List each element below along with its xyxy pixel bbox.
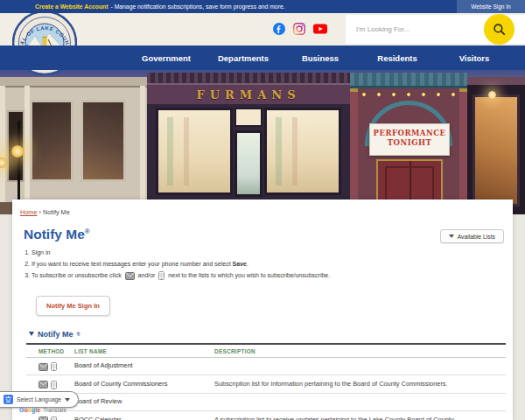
registered-mark: ® <box>85 228 90 235</box>
table-row: Board of Review <box>26 394 506 412</box>
triangle-down-icon <box>29 332 34 336</box>
method-cell <box>26 361 74 371</box>
cornice <box>147 73 350 83</box>
step-1-text: Sign in <box>32 249 50 256</box>
step-3-text-pre: To subscribe or unsubscribe click <box>32 272 123 278</box>
breadcrumb: Home›Notify Me <box>18 208 504 216</box>
storefront-right <box>467 77 525 214</box>
furmans-sign: FURMANS <box>147 83 350 104</box>
social-links <box>273 23 327 35</box>
sms-subscribe-icon[interactable] <box>51 416 57 420</box>
email-subscribe-icon[interactable] <box>38 381 48 388</box>
furmans-sign-text: FURMANS <box>196 88 300 102</box>
page-title-text: Notify Me <box>24 227 85 242</box>
string-lights <box>357 93 460 97</box>
list-name: BOCC Calendar <box>74 416 214 420</box>
nav-business[interactable]: Business <box>282 53 359 63</box>
nav-government[interactable]: Government <box>128 53 205 63</box>
storefront-left <box>0 77 147 214</box>
list-description: A subscription list to receive updates p… <box>214 416 506 420</box>
door-transom <box>234 108 262 127</box>
step-1: Sign in <box>32 248 504 257</box>
pilaster <box>0 86 5 202</box>
content-card: Home›Notify Me Notify Me® Available List… <box>12 200 513 420</box>
hanging-bulb <box>488 91 496 99</box>
section-title-text: Notify Me <box>38 330 74 339</box>
utility-bar: Create a Website Account - Manage notifi… <box>0 0 525 13</box>
notify-me-signin-button[interactable]: Notify Me Sign In <box>36 296 110 316</box>
method-cell <box>26 380 74 389</box>
pilaster <box>350 88 358 214</box>
step-3: To subscribe or unsubscribe click and/or… <box>32 271 504 280</box>
method-cell <box>26 416 74 420</box>
translate-icon <box>4 395 13 404</box>
google-translate-attribution: G o o g l e Translate <box>19 407 66 413</box>
storefront-theater: PERFORMANCE TONIGHT <box>350 73 467 214</box>
nav-visitors[interactable]: Visitors <box>436 53 513 63</box>
translate-word: Translate <box>43 407 66 413</box>
nav-residents[interactable]: Residents <box>359 53 436 63</box>
site-header: SEAL OF LAKE COUNTY STATE OF COLORADO <box>0 13 525 46</box>
save-keyword: Save <box>233 261 247 267</box>
notify-me-section-toggle[interactable]: Notify Me® <box>29 330 504 339</box>
banner-line2: TONIGHT <box>370 138 449 148</box>
chevron-down-icon <box>449 234 454 238</box>
step-2-period: . <box>247 261 248 267</box>
email-subscribe-icon[interactable] <box>38 363 48 371</box>
page-title: Notify Me® <box>24 227 504 242</box>
create-account-link[interactable]: Create a Website Account <box>35 4 108 10</box>
available-lists-label: Available Lists <box>458 234 495 240</box>
page: Create a Website Account - Manage notifi… <box>0 0 525 420</box>
language-selector[interactable]: Select Language <box>0 391 79 408</box>
column-header-description: DESCRIPTION <box>214 348 506 354</box>
pilaster <box>459 88 467 214</box>
search-icon <box>493 23 506 36</box>
list-name: Board of County Commissioners <box>74 380 214 388</box>
list-name: Board of Adjustment <box>74 361 214 369</box>
column-header-method: METHOD <box>26 348 74 354</box>
youtube-icon[interactable] <box>313 24 327 34</box>
breadcrumb-home-link[interactable]: Home <box>20 208 37 216</box>
email-subscribe-icon[interactable] <box>38 416 48 420</box>
instructions-list: Sign in If you want to receive text mess… <box>20 248 504 280</box>
display-window <box>156 108 233 195</box>
breadcrumb-separator: › <box>38 208 40 216</box>
sms-subscribe-icon[interactable] <box>51 362 57 371</box>
step-3-text-post: next to the lists to which you wish to s… <box>166 272 330 278</box>
hero-photo: FURMANS PERFORMANCE TONIGHT <box>0 70 525 214</box>
list-name: Board of Review <box>74 397 214 405</box>
site-search <box>346 15 525 44</box>
website-signin-button[interactable]: Website Sign In <box>457 0 525 13</box>
sms-subscribe-icon[interactable] <box>51 381 57 389</box>
display-window <box>264 108 341 195</box>
cornice <box>350 73 467 88</box>
registered-mark: ® <box>77 332 80 337</box>
search-button[interactable] <box>484 14 514 45</box>
list-description: Subscription list for information pertai… <box>214 380 506 388</box>
street-lamp-light <box>11 145 24 158</box>
utility-tagline: - Manage notification subscriptions, sav… <box>110 4 284 10</box>
instagram-icon[interactable] <box>293 23 305 35</box>
table-row: Board of County Commissioners Subscripti… <box>26 375 506 394</box>
chevron-down-icon <box>65 398 70 402</box>
table-row: Board of Adjustment <box>26 358 506 376</box>
facebook-icon[interactable] <box>273 23 285 35</box>
performance-banner: PERFORMANCE TONIGHT <box>369 123 450 156</box>
banner-line1: PERFORMANCE <box>370 129 449 138</box>
step-3-text-mid: and/or <box>136 272 158 278</box>
step-2: If you want to receive text messages ent… <box>32 260 504 269</box>
pilaster <box>140 86 145 202</box>
google-logo-letter: e <box>37 407 40 413</box>
storefront-door <box>234 130 262 197</box>
phone-icon <box>158 271 164 280</box>
table-header-row: METHOD LIST NAME DESCRIPTION <box>26 343 506 358</box>
step-2-text: If you want to receive text messages ent… <box>32 261 233 267</box>
available-lists-button[interactable]: Available Lists <box>440 229 504 243</box>
nav-departments[interactable]: Departments <box>205 53 282 63</box>
email-icon <box>125 272 135 280</box>
display-window <box>472 94 520 206</box>
storefront-furmans: FURMANS <box>147 73 350 214</box>
column-header-list-name: LIST NAME <box>74 348 214 354</box>
table-row: BOCC Calendar A subscription list to rec… <box>26 411 506 420</box>
main-nav: Government Departments Business Resident… <box>0 46 525 70</box>
